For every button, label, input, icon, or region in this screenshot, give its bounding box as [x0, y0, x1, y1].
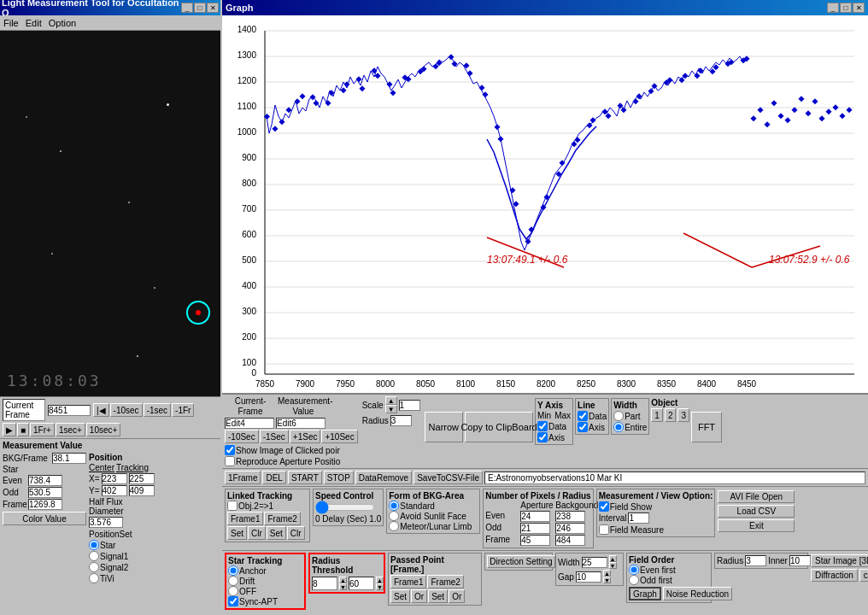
frame-bg-input[interactable] — [555, 535, 585, 546]
obj2-btn[interactable]: 2 — [665, 408, 677, 422]
avoid-radio[interactable] — [389, 511, 399, 521]
edit4-input[interactable] — [225, 418, 274, 429]
even-bg-input[interactable] — [555, 511, 585, 522]
edit6-input[interactable] — [276, 418, 326, 429]
graph-close-btn[interactable]: ✕ — [853, 3, 865, 13]
y-input[interactable] — [102, 485, 127, 496]
half-flux-input[interactable] — [89, 517, 123, 528]
option-menu[interactable]: Option — [45, 17, 79, 29]
frame-val-input[interactable] — [28, 499, 62, 510]
stop-btn[interactable]: ■ — [17, 423, 29, 436]
data-checkbox[interactable] — [537, 421, 548, 431]
even-aperture-input[interactable] — [520, 511, 550, 522]
lt-frame2-btn[interactable]: Frame2 — [264, 512, 300, 525]
obj21-checkbox[interactable] — [227, 501, 238, 511]
odd-input[interactable] — [28, 487, 62, 498]
frame-minus10sec-btn[interactable]: -10sec — [110, 403, 143, 417]
frame-minus1fr-btn[interactable]: -1Fr — [172, 403, 194, 417]
plus1sec-btn[interactable]: +1Sec — [290, 430, 321, 443]
copy-clipboard-btn[interactable]: Copy to ClipBoard — [465, 412, 533, 442]
pp-set2-btn[interactable]: Set — [428, 589, 448, 603]
threshold-input[interactable] — [349, 577, 374, 590]
play-btn[interactable]: ▶ — [3, 423, 16, 436]
frame-first-btn[interactable]: |◀ — [93, 403, 109, 417]
lt-set2-btn[interactable]: Set — [267, 526, 286, 540]
star-image-3d-btn[interactable]: Star Image [3D] — [811, 554, 868, 567]
frame-aperture-input[interactable] — [520, 535, 550, 546]
interval-input[interactable] — [628, 512, 649, 524]
speed-slider[interactable] — [315, 501, 375, 514]
lt-clr1-btn[interactable]: Clr — [248, 526, 266, 540]
meteor-radio[interactable] — [389, 521, 399, 531]
graph-btn[interactable]: Graph — [629, 587, 661, 600]
gap-down-btn[interactable]: ▼ — [603, 577, 611, 583]
color-value-btn[interactable]: Color Value — [3, 512, 86, 525]
obj3-btn[interactable]: 3 — [677, 408, 689, 422]
show-image-checkbox[interactable] — [225, 445, 235, 455]
radius-down-btn[interactable]: ▼ — [339, 583, 347, 590]
width-input[interactable] — [582, 557, 607, 568]
sync-apt-checkbox[interactable] — [228, 596, 238, 606]
edit-menu[interactable]: Edit — [22, 17, 45, 29]
pp-frame1-btn[interactable]: Frame1 — [390, 575, 426, 589]
frame-plus1sec-btn[interactable]: 1sec+ — [56, 423, 85, 436]
axis-checkbox[interactable] — [537, 432, 548, 442]
lt-set1-btn[interactable]: Set — [227, 526, 247, 540]
lt-frame1-btn[interactable]: Frame1 — [227, 512, 263, 525]
minus1sec-btn[interactable]: -1Sec — [260, 430, 289, 443]
y-track-input[interactable] — [129, 485, 155, 496]
gap-input[interactable] — [576, 571, 601, 583]
field-measure-checkbox[interactable] — [599, 524, 609, 535]
x-input[interactable] — [102, 473, 127, 484]
direction-setting-btn[interactable]: Direction Setting — [487, 555, 555, 568]
gap-up-btn[interactable]: ▲ — [603, 570, 611, 577]
part-radio[interactable] — [613, 411, 624, 421]
field-show-checkbox[interactable] — [599, 501, 609, 512]
exit-btn[interactable]: Exit — [718, 519, 795, 532]
close-btn[interactable]: close — [859, 569, 868, 582]
threshold-down-btn[interactable]: ▼ — [376, 583, 384, 590]
drift-radio[interactable] — [228, 576, 238, 586]
radius-thresh-input[interactable] — [312, 577, 337, 590]
anchor-radio[interactable] — [228, 565, 238, 576]
inner-input[interactable] — [789, 555, 811, 566]
plus10sec-btn[interactable]: +10Sec — [321, 430, 357, 443]
width-down-btn[interactable]: ▼ — [609, 562, 617, 569]
pp-set1-btn[interactable]: Set — [390, 589, 410, 603]
pp-or1-btn[interactable]: Or — [411, 589, 427, 603]
stop-btn2[interactable]: STOP — [324, 471, 354, 484]
noise-reduction-btn[interactable]: Noise Reduction — [663, 587, 732, 600]
current-frame-input[interactable] — [48, 405, 91, 416]
del-btn[interactable]: DEL — [262, 471, 285, 484]
file-menu[interactable]: File — [0, 17, 22, 29]
radius-up-btn[interactable]: ▲ — [339, 577, 347, 583]
reproduce-checkbox[interactable] — [225, 456, 235, 466]
radius2-input[interactable] — [745, 555, 766, 566]
pp-frame2-btn[interactable]: Frame2 — [427, 575, 463, 589]
pp-or2-btn[interactable]: Or — [449, 589, 465, 603]
fft-btn[interactable]: FFT — [691, 412, 722, 442]
odd-bg-input[interactable] — [555, 523, 585, 534]
line-data-checkbox[interactable] — [578, 411, 588, 421]
even-input[interactable] — [28, 475, 62, 486]
odd-first-radio[interactable] — [629, 575, 639, 585]
1frame-btn[interactable]: 1Frame — [225, 471, 261, 484]
frame-minus1sec-btn[interactable]: -1sec — [144, 403, 171, 417]
entire-radio[interactable] — [613, 422, 624, 432]
minimize-btn[interactable]: _ — [181, 3, 193, 13]
standard-radio[interactable] — [389, 501, 399, 511]
avi-file-open-btn[interactable]: AVI File Open — [718, 490, 795, 503]
scale-down-btn[interactable]: ▼ — [385, 405, 397, 413]
radius-input[interactable] — [390, 415, 412, 426]
load-csv-btn[interactable]: Load CSV — [718, 505, 795, 518]
scale-up-btn[interactable]: ▲ — [385, 396, 397, 405]
frame-plus10sec-btn[interactable]: 10sec+ — [86, 423, 121, 436]
lt-clr2-btn[interactable]: Clr — [287, 526, 305, 540]
narrow-btn[interactable]: Narrow — [425, 412, 463, 442]
scale-input[interactable] — [399, 400, 420, 411]
even-first-radio[interactable] — [629, 565, 639, 575]
save-csv-btn[interactable]: SaveToCSV-File — [413, 471, 483, 484]
graph-minimize-btn[interactable]: _ — [827, 3, 839, 13]
minus10sec-btn[interactable]: -10Sec — [225, 430, 259, 443]
graph-maximize-btn[interactable]: □ — [840, 3, 852, 13]
